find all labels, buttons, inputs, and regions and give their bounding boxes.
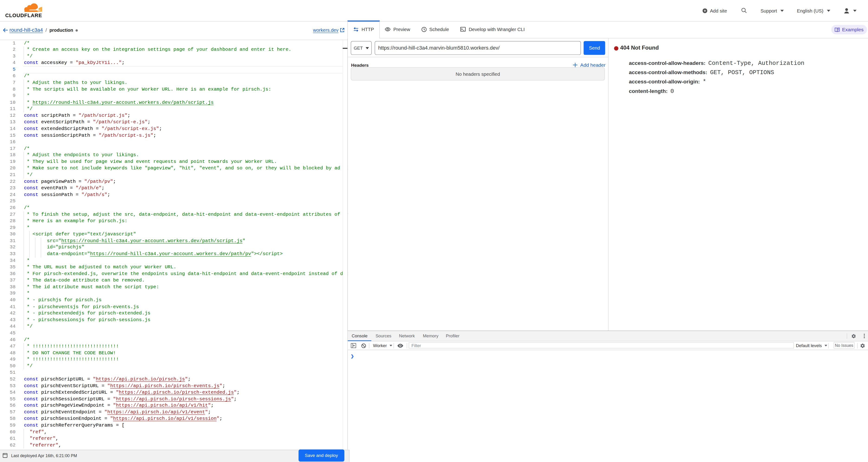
svg-text:CLOUDFLARE: CLOUDFLARE bbox=[5, 12, 42, 18]
